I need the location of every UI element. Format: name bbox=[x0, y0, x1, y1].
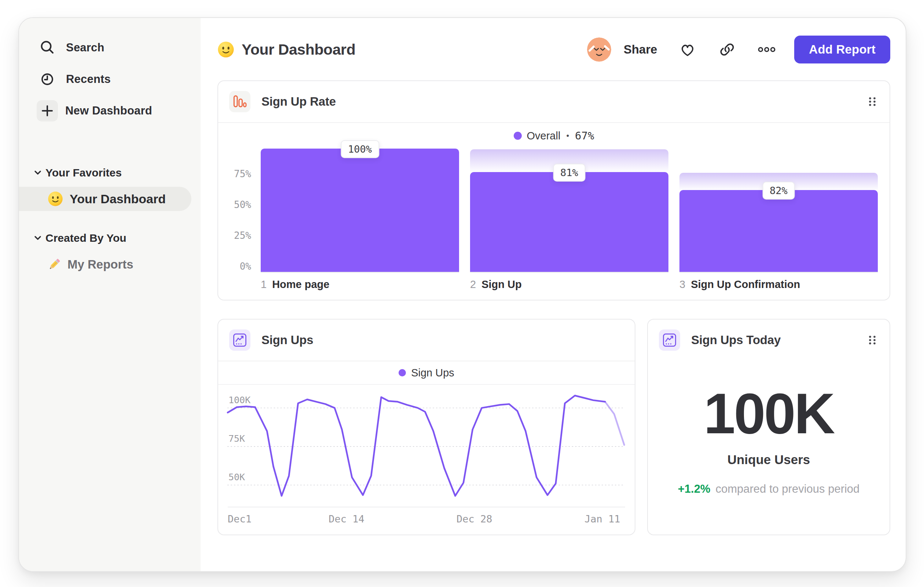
sidebar-item-new-dashboard[interactable]: New Dashboard bbox=[19, 95, 201, 127]
smiley-emoji bbox=[218, 41, 234, 58]
funnel-step-index: 1 bbox=[261, 278, 267, 291]
funnel-step: 82%3Sign Up Confirmation bbox=[680, 149, 878, 291]
sidebar-item-label: Your Dashboard bbox=[70, 192, 166, 206]
drag-handle-icon[interactable] bbox=[866, 95, 879, 108]
funnel-bars: 100%1Home page81%2Sign Up82%3Sign Up Con… bbox=[261, 149, 878, 291]
page-title-group: Your Dashboard bbox=[218, 31, 355, 68]
signups-today-card: Sign Ups Today 100K Unique Users +1.2% c… bbox=[647, 319, 890, 535]
cards-row: Sign Ups Sign Ups 100K75K50K Dec1Dec 14D… bbox=[218, 319, 890, 535]
favorite-heart-icon[interactable] bbox=[678, 40, 697, 59]
funnel-legend: Overall • 67% bbox=[230, 123, 878, 149]
signups-line-chart[interactable]: 100K75K50K bbox=[228, 386, 625, 508]
legend-series-label: Sign Ups bbox=[411, 367, 454, 379]
line-chart-svg bbox=[228, 386, 625, 507]
sidebar-item-recents[interactable]: Recents bbox=[19, 63, 201, 95]
funnel-y-axis: 75%50%25%0% bbox=[230, 149, 251, 273]
metric-delta-row: +1.2% compared to previous period bbox=[678, 483, 860, 496]
funnel-y-tick: 0% bbox=[240, 261, 251, 272]
funnel-y-tick: 50% bbox=[234, 199, 251, 210]
plus-icon bbox=[37, 100, 58, 121]
metric-label: Unique Users bbox=[728, 452, 810, 467]
sidebar-item-my-reports[interactable]: My Reports bbox=[19, 251, 201, 278]
chevron-down-icon bbox=[33, 168, 43, 178]
funnel-bar[interactable] bbox=[261, 149, 459, 272]
line-chart-x-axis: Dec1Dec 14Dec 28Jan 11 bbox=[228, 508, 625, 529]
share-button[interactable]: Share bbox=[624, 43, 657, 56]
sidebar-item-label: Recents bbox=[66, 73, 111, 86]
sidebar: Search Recents New Dashboard Your Favori… bbox=[19, 18, 201, 571]
line-y-tick: 100K bbox=[228, 395, 251, 405]
funnel-step-label: 3Sign Up Confirmation bbox=[680, 278, 878, 291]
funnel-y-tick: 25% bbox=[234, 230, 251, 241]
dashboard-header: Your Dashboard Share Add Report bbox=[218, 33, 890, 66]
funnel-step-name: Home page bbox=[272, 278, 329, 291]
legend-separator: • bbox=[566, 131, 569, 141]
funnel-step-label: 1Home page bbox=[261, 278, 459, 291]
line-x-tick: Jan 11 bbox=[584, 513, 620, 525]
funnel-y-tick: 75% bbox=[234, 169, 251, 179]
page-title: Your Dashboard bbox=[242, 41, 355, 58]
funnel-chart: Overall • 67% 75%50%25%0% 100%1Home page… bbox=[218, 123, 889, 291]
signups-card-header: Sign Ups bbox=[218, 319, 635, 360]
created-by-you-section-toggle[interactable]: Created By You bbox=[19, 227, 201, 249]
funnel-step-name: Sign Up Confirmation bbox=[691, 278, 800, 291]
legend-dot bbox=[514, 132, 522, 140]
funnel-step-index: 2 bbox=[470, 278, 476, 291]
signups-legend: Sign Ups bbox=[218, 361, 635, 385]
legend-series-label: Overall bbox=[527, 130, 561, 142]
card-title: Sign Ups bbox=[261, 333, 313, 347]
signups-series-line bbox=[605, 402, 624, 445]
funnel-chart-icon bbox=[229, 91, 251, 112]
signups-card: Sign Ups Sign Ups 100K75K50K Dec1Dec 14D… bbox=[218, 319, 635, 535]
section-label: Created By You bbox=[45, 232, 127, 244]
card-title: Sign Up Rate bbox=[261, 95, 336, 109]
funnel-value-chip: 100% bbox=[341, 140, 379, 158]
funnel-step-name: Sign Up bbox=[482, 278, 522, 291]
metric-value: 100K bbox=[704, 385, 834, 442]
pencil-icon bbox=[47, 257, 62, 272]
sidebar-section-favorites: Your Favorites Your Dashboard bbox=[19, 162, 201, 211]
funnel-step: 81%2Sign Up bbox=[470, 149, 668, 291]
funnel-step-index: 3 bbox=[680, 278, 685, 291]
signup-rate-card: Sign Up Rate Overall • 67% 75%50%25%0% 1… bbox=[218, 80, 890, 301]
funnel-step: 100%1Home page bbox=[261, 149, 459, 291]
line-x-tick: Dec 14 bbox=[328, 513, 365, 525]
metric-block: 100K Unique Users +1.2% compared to prev… bbox=[648, 346, 889, 534]
funnel-value-chip: 82% bbox=[762, 182, 795, 200]
avatar[interactable] bbox=[587, 37, 611, 62]
chevron-down-icon bbox=[33, 233, 43, 243]
more-options-icon[interactable] bbox=[757, 40, 776, 59]
smiley-emoji bbox=[48, 191, 63, 207]
signup-rate-card-header: Sign Up Rate bbox=[218, 81, 889, 122]
add-report-button[interactable]: Add Report bbox=[794, 36, 890, 63]
section-label: Your Favorites bbox=[45, 167, 122, 179]
sidebar-item-label: New Dashboard bbox=[65, 104, 152, 117]
line-y-tick: 75K bbox=[228, 433, 245, 444]
legend-dot bbox=[399, 369, 406, 376]
line-chart-icon bbox=[229, 329, 251, 351]
signups-series-line bbox=[228, 395, 605, 496]
funnel-value-chip: 81% bbox=[553, 164, 586, 182]
copy-link-icon[interactable] bbox=[718, 40, 736, 59]
sidebar-item-your-dashboard[interactable]: Your Dashboard bbox=[19, 187, 191, 211]
search-icon bbox=[38, 38, 56, 57]
metric-delta-note: compared to previous period bbox=[715, 483, 860, 496]
sidebar-item-search[interactable]: Search bbox=[19, 32, 201, 63]
app-window: Search Recents New Dashboard Your Favori… bbox=[18, 17, 906, 572]
funnel-bar[interactable] bbox=[470, 172, 668, 272]
line-x-tick: Dec1 bbox=[228, 513, 252, 525]
funnel-step-label: 2Sign Up bbox=[470, 278, 668, 291]
metric-delta: +1.2% bbox=[678, 483, 711, 496]
favorites-section-toggle[interactable]: Your Favorites bbox=[19, 162, 201, 184]
sidebar-section-created-by-you: Created By You My Reports bbox=[19, 227, 201, 278]
legend-value: 67% bbox=[575, 129, 594, 142]
card-title: Sign Ups Today bbox=[691, 333, 780, 347]
sidebar-item-label: Search bbox=[66, 41, 104, 54]
funnel-bar[interactable] bbox=[680, 190, 878, 272]
line-x-tick: Dec 28 bbox=[457, 513, 492, 525]
line-y-tick: 50K bbox=[228, 472, 245, 483]
drag-handle-icon[interactable] bbox=[866, 334, 879, 346]
main-content: Your Dashboard Share Add Report bbox=[201, 18, 906, 571]
clock-icon bbox=[38, 70, 56, 88]
sidebar-item-label: My Reports bbox=[68, 258, 134, 271]
